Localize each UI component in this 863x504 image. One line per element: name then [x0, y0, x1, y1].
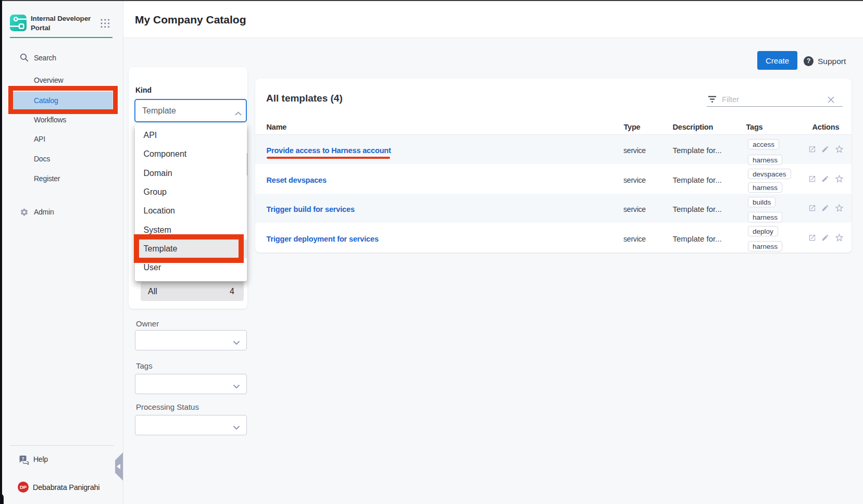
svg-text:?: ?	[21, 456, 24, 461]
